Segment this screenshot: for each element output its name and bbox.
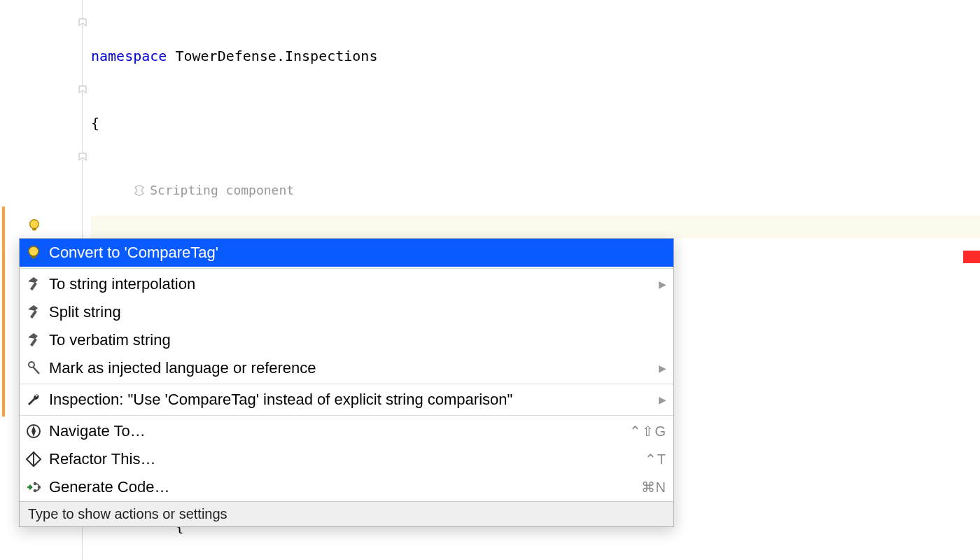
svg-rect-1	[32, 228, 36, 231]
code-line: namespace TowerDefense.Inspections	[91, 45, 980, 67]
svg-point-0	[30, 220, 39, 229]
hammer-icon	[25, 276, 42, 293]
unity-icon	[133, 184, 146, 197]
octahedron-icon	[25, 451, 42, 468]
code-line: {	[91, 112, 980, 134]
intention-bulb-icon[interactable]	[27, 218, 42, 233]
svg-point-2	[29, 246, 38, 256]
svg-line-8	[33, 367, 39, 374]
intention-item-inspection-options[interactable]: Inspection: "Use 'CompareTag' instead of…	[20, 386, 673, 414]
fold-icon[interactable]	[78, 84, 88, 95]
chevron-right-icon: ▶	[659, 279, 666, 290]
error-stripe-marker[interactable]	[963, 251, 980, 263]
vcs-change-bar	[2, 206, 5, 416]
popup-separator	[20, 384, 673, 384]
hammer-icon	[25, 304, 42, 321]
intention-item-to-string-interpolation[interactable]: To string interpolation ▶	[20, 270, 673, 298]
compass-icon	[25, 423, 42, 440]
svg-rect-5	[30, 310, 37, 318]
popup-separator	[20, 415, 673, 416]
svg-rect-6	[30, 338, 37, 346]
svg-rect-4	[30, 282, 37, 290]
generate-icon	[25, 479, 42, 496]
fold-icon[interactable]	[78, 17, 88, 28]
intention-item-split-string[interactable]: Split string	[20, 298, 673, 326]
wrench-icon	[25, 391, 42, 408]
fold-icon[interactable]	[78, 151, 88, 162]
hammer-icon	[25, 332, 42, 349]
keyboard-shortcut: ⌃T	[645, 451, 666, 468]
pushpin-icon	[25, 360, 42, 377]
unity-hint: Scripting component	[133, 179, 294, 202]
intention-item-mark-injected[interactable]: Mark as injected language or reference ▶	[20, 354, 673, 382]
chevron-right-icon: ▶	[659, 363, 666, 374]
keyboard-shortcut: ⌃⇧G	[629, 423, 666, 440]
code-hint-line: Scripting component	[91, 179, 980, 202]
chevron-right-icon: ▶	[659, 394, 666, 405]
svg-rect-3	[31, 255, 36, 258]
intention-item-convert-comparetag[interactable]: Convert to 'CompareTag'	[20, 239, 673, 267]
popup-footer-hint: Type to show actions or settings	[20, 501, 673, 526]
popup-separator	[20, 268, 673, 269]
intention-item-to-verbatim-string[interactable]: To verbatim string	[20, 326, 673, 354]
intention-actions-popup: Convert to 'CompareTag' To string interp…	[19, 238, 674, 527]
bulb-icon	[25, 244, 42, 261]
intention-item-refactor-this[interactable]: Refactor This… ⌃T	[20, 445, 673, 473]
intention-item-navigate-to[interactable]: Navigate To… ⌃⇧G	[20, 417, 673, 445]
keyboard-shortcut: ⌘N	[641, 479, 666, 496]
intention-item-generate-code[interactable]: Generate Code… ⌘N	[20, 473, 673, 501]
